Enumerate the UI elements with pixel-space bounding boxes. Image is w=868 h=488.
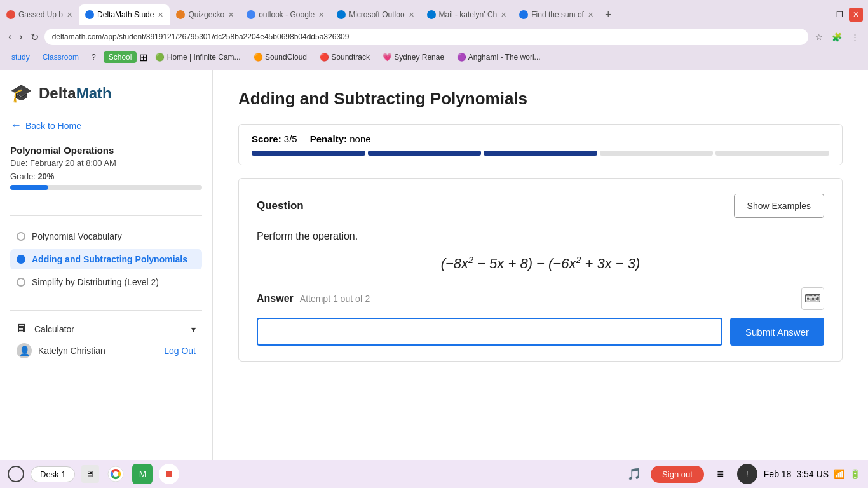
logo-icon: 🎓: [10, 83, 32, 104]
tab-1[interactable]: Gassed Up b ✕: [0, 4, 79, 25]
close-button[interactable]: ✕: [849, 8, 863, 22]
topic-label-vocab: Polynomial Vocabulary: [32, 231, 122, 241]
back-nav-button[interactable]: ‹: [6, 31, 13, 43]
tab-7[interactable]: Find the sum of ✕: [513, 4, 600, 25]
topic-item-simplify[interactable]: Simplify by Distributing (Level 2): [10, 272, 202, 292]
score-label: Score:: [252, 133, 281, 144]
tab-2[interactable]: DeltaMath Stude ✕: [79, 4, 170, 25]
topic-label-simplify: Simplify by Distributing (Level 2): [32, 277, 159, 287]
bookmark-star-icon[interactable]: ☆: [812, 30, 826, 44]
back-to-home-link[interactable]: ← Back to Home: [10, 119, 202, 132]
sidebar-divider-2: [10, 310, 202, 311]
assignment-due: Due: February 20 at 8:00 AM: [10, 158, 202, 168]
tab-7-icon: [519, 10, 528, 19]
logo-text: DeltaMath: [39, 85, 112, 102]
tab-3-close[interactable]: ✕: [228, 11, 234, 19]
address-input[interactable]: [44, 29, 808, 45]
calculator-item[interactable]: 🖩 Calculator ▾: [10, 318, 202, 339]
new-tab-button[interactable]: +: [600, 8, 617, 22]
keyboard-icon[interactable]: ⌨: [801, 287, 824, 310]
tab-6[interactable]: Mail - katelyn' Ch ✕: [421, 4, 513, 25]
restore-button[interactable]: ❐: [832, 8, 846, 22]
tab-2-title: DeltaMath Stude: [97, 10, 154, 19]
question-section: Question Show Examples Perform the opera…: [238, 178, 843, 362]
grade-progress-bg: [10, 185, 202, 190]
bookmark-sydney[interactable]: 💗 Sydney Renae: [377, 51, 449, 63]
tab-7-close[interactable]: ✕: [588, 11, 593, 19]
math-expression: (−8x2 − 5x + 8) − (−6x2 + 3x − 3): [257, 255, 824, 272]
math-paren-open-1: (: [441, 255, 445, 271]
tab-bar: Gassed Up b ✕ DeltaMath Stude ✕ Quizgeck…: [0, 0, 868, 25]
bookmark-school[interactable]: School: [104, 51, 137, 63]
topic-label-adding: Adding and Subtracting Polynomials: [32, 254, 187, 264]
tab-4[interactable]: outlook - Google ✕: [240, 4, 330, 25]
forward-nav-button[interactable]: ›: [17, 31, 24, 43]
refresh-button[interactable]: ↻: [29, 31, 41, 43]
user-avatar: 👤: [17, 343, 32, 358]
segment-3: [484, 151, 597, 156]
question-header: Question Show Examples: [257, 194, 824, 218]
tab-4-icon: [247, 10, 255, 19]
menu-icon[interactable]: ⋮: [848, 30, 862, 44]
logout-button[interactable]: Log Out: [164, 346, 196, 356]
tab-2-close[interactable]: ✕: [158, 11, 163, 19]
tab-4-close[interactable]: ✕: [318, 11, 324, 19]
answer-label: Answer: [257, 293, 294, 304]
answer-input-row: Submit Answer: [257, 318, 824, 346]
tab-6-icon: [427, 10, 436, 19]
tab-1-close[interactable]: ✕: [67, 11, 72, 19]
tab-3[interactable]: Quizgecko ✕: [170, 4, 240, 25]
user-left: 👤 Katelyn Christian: [17, 343, 105, 358]
topic-dot-vocab: [17, 232, 25, 241]
score-display: Score: 3/5: [252, 133, 297, 144]
address-bar-row: ‹ › ↻ ☆ 🧩 ⋮: [0, 25, 868, 48]
bookmark-study[interactable]: study: [6, 51, 35, 63]
tab-4-title: outlook - Google: [259, 10, 315, 19]
bookmark-soundtrack[interactable]: 🔴 Soundtrack: [315, 51, 375, 63]
calculator-left: 🖩 Calculator: [17, 322, 74, 336]
bookmark-soundcloud[interactable]: 🟠 SoundCloud: [248, 51, 312, 63]
topic-dot-simplify: [17, 278, 25, 287]
bookmark-infinite[interactable]: 🟢 Home | Infinite Cam...: [150, 51, 245, 63]
topic-item-adding[interactable]: Adding and Subtracting Polynomials: [10, 249, 202, 269]
math-paren-close-1: ): [528, 255, 532, 271]
tab-5[interactable]: Microsoft Outloo ✕: [330, 4, 420, 25]
bookmark-grid-icon[interactable]: ⊞: [139, 51, 147, 64]
minimize-button[interactable]: ─: [816, 8, 830, 22]
extension-icon[interactable]: 🧩: [830, 30, 844, 44]
tab-5-close[interactable]: ✕: [409, 11, 414, 19]
penalty-display: Penalty: none: [310, 133, 371, 144]
calculator-label: Calculator: [34, 324, 74, 334]
bookmark-question[interactable]: ?: [86, 51, 101, 63]
tab-6-close[interactable]: ✕: [501, 11, 506, 19]
penalty-label: Penalty:: [310, 133, 347, 144]
bookmark-anghami[interactable]: 🟣 Anghami - The worl...: [452, 51, 546, 63]
browser-chrome: Gassed Up b ✕ DeltaMath Stude ✕ Quizgeck…: [0, 0, 868, 70]
app-container: 🎓 DeltaMath ← Back to Home Polynomial Op…: [0, 70, 868, 460]
address-bar-icons: ☆ 🧩 ⋮: [812, 30, 862, 44]
answer-input[interactable]: [257, 318, 722, 346]
tab-1-title: Gassed Up b: [18, 10, 63, 19]
assignment-title: Polynomial Operations: [10, 145, 202, 156]
segment-5: [715, 151, 829, 156]
bookmark-classroom[interactable]: Classroom: [37, 51, 84, 63]
question-label: Question: [257, 200, 304, 212]
submit-answer-button[interactable]: Submit Answer: [730, 318, 824, 346]
back-arrow-icon: ←: [10, 119, 22, 132]
show-examples-button[interactable]: Show Examples: [734, 194, 824, 218]
tab-5-title: Microsoft Outloo: [349, 10, 404, 19]
answer-header: Answer Attempt 1 out of 2 ⌨: [257, 287, 824, 310]
math-paren-close-2: ): [635, 255, 640, 271]
topic-dot-adding: [17, 255, 25, 264]
calculator-icon: 🖩: [17, 322, 28, 336]
bookmarks-bar: study Classroom ? School ⊞ 🟢 Home | Infi…: [0, 48, 868, 66]
user-name: Katelyn Christian: [38, 346, 105, 356]
question-text: Perform the operation.: [257, 231, 824, 242]
segment-1: [252, 151, 365, 156]
tab-7-title: Find the sum of: [531, 10, 584, 19]
back-to-home-label: Back to Home: [25, 121, 81, 131]
window-controls: ─ ❐ ✕: [816, 8, 868, 22]
tab-2-icon: [85, 10, 94, 19]
topic-item-vocab[interactable]: Polynomial Vocabulary: [10, 226, 202, 247]
assignment-section: Polynomial Operations Due: February 20 a…: [10, 145, 202, 200]
